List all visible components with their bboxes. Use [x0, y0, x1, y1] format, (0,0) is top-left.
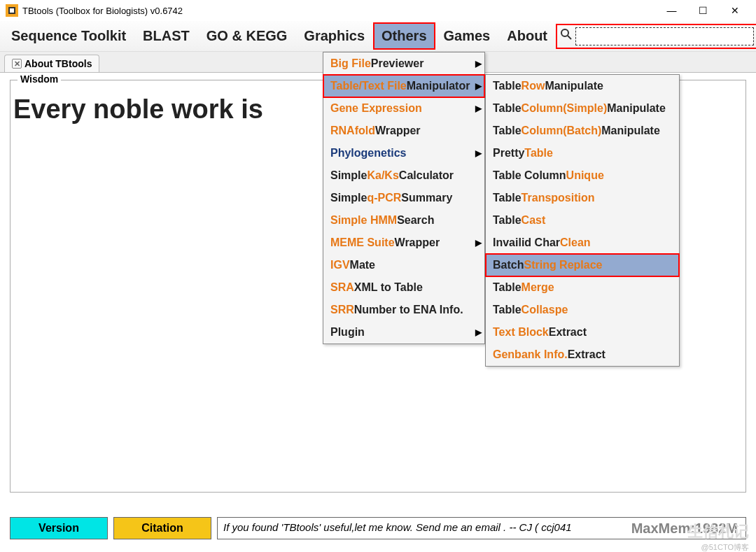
- others-item-11[interactable]: SRR Number to ENA Info.: [323, 299, 484, 321]
- tabletext-item-11[interactable]: Text Block Extract: [486, 321, 679, 344]
- menu-text: Row: [522, 80, 545, 92]
- tabletext-item-4[interactable]: Table Column Unique: [486, 164, 679, 187]
- chevron-right-icon: ▶: [475, 81, 482, 91]
- close-icon[interactable]: ✕: [12, 59, 22, 69]
- table-text-submenu: Table Row ManipulateTable Column(Simple)…: [485, 74, 680, 367]
- menu-text: Invailid Char: [493, 236, 560, 249]
- tabletext-item-1[interactable]: Table Column(Simple) Manipulate: [486, 97, 679, 120]
- menu-text: Unique: [566, 169, 604, 182]
- menu-text: Summary: [401, 192, 452, 204]
- window-controls: — ☐ ✕: [656, 0, 750, 21]
- menu-text: Simple: [330, 192, 367, 204]
- search-box: [556, 24, 756, 49]
- menu-text: Genbank Info.: [493, 348, 568, 361]
- menu-item-graphics[interactable]: Graphics: [295, 22, 373, 50]
- menu-text: Merge: [522, 281, 554, 294]
- others-item-3[interactable]: RNAfold Wrapper: [323, 120, 484, 142]
- others-item-8[interactable]: MEME Suite Wrapper▶: [323, 232, 484, 254]
- menu-text: Search: [397, 214, 434, 227]
- maximize-button[interactable]: ☐: [687, 0, 719, 21]
- menu-text: Table: [493, 80, 522, 92]
- menu-text: XML to Table: [354, 281, 423, 294]
- chevron-right-icon: ▶: [475, 59, 482, 69]
- others-item-7[interactable]: Simple HMM Search: [323, 209, 484, 232]
- version-button[interactable]: Version: [10, 517, 108, 539]
- others-item-2[interactable]: Gene Expression▶: [323, 97, 484, 120]
- svg-line-1: [568, 36, 571, 39]
- menu-text: Table: [493, 214, 522, 227]
- menu-text: Table: [493, 304, 522, 316]
- chevron-right-icon: ▶: [475, 327, 482, 337]
- menu-text: RNAfold: [330, 125, 375, 137]
- menu-item-blast[interactable]: BLAST: [134, 22, 198, 50]
- search-icon: [560, 28, 573, 44]
- close-button[interactable]: ✕: [719, 0, 750, 21]
- menu-item-about[interactable]: About: [498, 22, 556, 50]
- menu-text: Calculator: [399, 169, 454, 182]
- menu-text: Number to ENA Info.: [354, 304, 463, 316]
- tabletext-item-8[interactable]: Batch String Replace: [486, 254, 679, 276]
- others-item-9[interactable]: IGV Mate: [323, 254, 484, 276]
- menu-text: Plugin: [330, 326, 365, 339]
- menu-item-go-kegg[interactable]: GO & KEGG: [198, 22, 296, 50]
- tabletext-item-2[interactable]: Table Column(Batch) Manipulate: [486, 120, 679, 142]
- tabletext-item-5[interactable]: Table Transposition: [486, 187, 679, 209]
- menu-text: Collaspe: [522, 304, 568, 316]
- svg-point-0: [561, 29, 568, 36]
- menu-text: Manipulate: [607, 102, 666, 115]
- tabletext-item-10[interactable]: Table Collaspe: [486, 299, 679, 321]
- others-item-5[interactable]: Simple Ka/Ks Calculator: [323, 164, 484, 187]
- menu-text: MEME Suite: [330, 236, 395, 249]
- citation-button[interactable]: Citation: [113, 517, 211, 539]
- menu-text: Phylogenetics: [330, 147, 406, 160]
- app-icon: [6, 4, 18, 17]
- tabletext-item-12[interactable]: Genbank Info. Extract: [486, 344, 679, 366]
- menu-text: Manipulator: [407, 80, 470, 92]
- menu-item-sequence-toolkit[interactable]: Sequence Toolkit: [3, 22, 134, 50]
- menu-text: Transposition: [522, 192, 595, 204]
- others-item-6[interactable]: Simple q-PCR Summary: [323, 187, 484, 209]
- others-item-4[interactable]: Phylogenetics▶: [323, 142, 484, 164]
- tabletext-item-7[interactable]: Invailid Char Clean: [486, 232, 679, 254]
- menu-text: Wrapper: [375, 125, 421, 137]
- others-item-0[interactable]: Big File Previewer▶: [323, 52, 484, 75]
- menu-text: Gene Expression: [330, 102, 422, 115]
- menu-item-games[interactable]: Games: [435, 22, 499, 50]
- menu-text: IGV: [330, 259, 350, 271]
- menu-text: Table: [493, 102, 522, 115]
- menu-item-others[interactable]: Others: [373, 22, 435, 50]
- chevron-right-icon: ▶: [475, 104, 482, 113]
- tabletext-item-6[interactable]: Table Cast: [486, 209, 679, 232]
- menu-text: Pretty: [493, 147, 524, 160]
- watermark: 生信札记 @51CTO博客: [687, 522, 749, 552]
- minimize-button[interactable]: —: [656, 0, 687, 21]
- tabletext-item-3[interactable]: Pretty Table: [486, 142, 679, 164]
- others-item-10[interactable]: SRA XML to Table: [323, 276, 484, 299]
- menu-text: Ka/Ks: [367, 169, 398, 182]
- tabletext-item-9[interactable]: Table Merge: [486, 276, 679, 299]
- others-item-12[interactable]: Plugin▶: [323, 321, 484, 344]
- menu-text: Column(Batch): [522, 125, 602, 137]
- menu-text: Manipulate: [545, 80, 603, 92]
- menu-text: Previewer: [371, 57, 424, 70]
- menu-text: Manipulate: [601, 125, 660, 137]
- menu-text: Extract: [549, 326, 587, 339]
- menu-text: Simple: [330, 169, 367, 182]
- menu-text: Text Block: [493, 326, 549, 339]
- menu-text: String Replace: [524, 259, 602, 271]
- tab-about[interactable]: ✕ About TBtools: [4, 55, 99, 72]
- menu-text: Extract: [568, 348, 606, 361]
- menu-text: Mate: [350, 259, 375, 271]
- chevron-right-icon: ▶: [475, 148, 482, 158]
- window-title: TBtools (Toolbox for Biologists) v0.6742: [22, 6, 183, 16]
- others-item-1[interactable]: Table/Text File Manipulator▶: [323, 75, 484, 97]
- menu-text: Clean: [560, 236, 591, 249]
- menu-text: Table Column: [493, 169, 566, 182]
- menu-text: Cast: [522, 214, 546, 227]
- tabletext-item-0[interactable]: Table Row Manipulate: [486, 75, 679, 97]
- menu-text: Big File: [330, 57, 371, 70]
- wisdom-legend: Wisdom: [18, 73, 61, 85]
- search-input[interactable]: [575, 27, 754, 45]
- menu-text: Table: [493, 192, 522, 204]
- menu-text: Table/Text File: [330, 80, 407, 92]
